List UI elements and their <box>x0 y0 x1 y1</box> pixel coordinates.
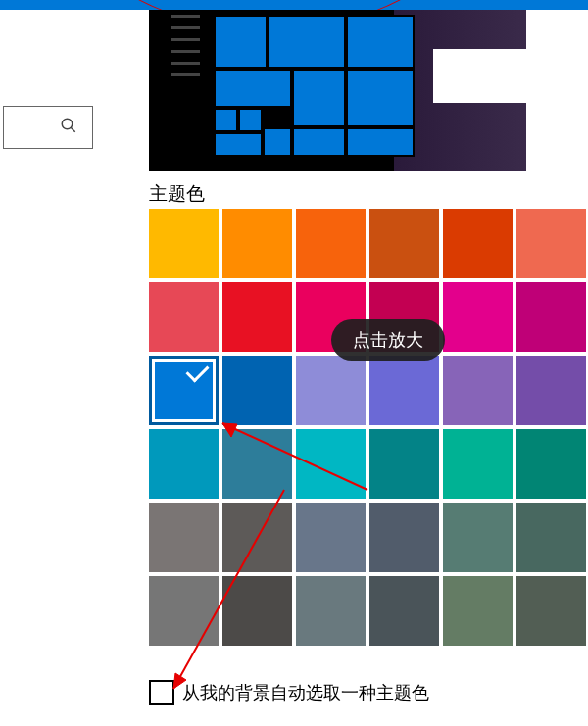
window-titlebar <box>0 0 588 10</box>
color-swatch[interactable] <box>222 356 292 425</box>
auto-pick-checkbox[interactable] <box>149 680 174 705</box>
color-swatch[interactable] <box>516 503 586 572</box>
preview-tiles <box>214 10 415 167</box>
color-swatch[interactable] <box>222 503 292 572</box>
color-swatch[interactable] <box>443 282 513 352</box>
color-swatch[interactable] <box>369 503 439 572</box>
color-swatch[interactable] <box>222 209 292 278</box>
zoom-tooltip[interactable]: 点击放大 <box>331 319 445 361</box>
color-swatch[interactable] <box>369 429 439 499</box>
color-swatch[interactable] <box>296 429 366 499</box>
color-swatch[interactable] <box>149 503 219 572</box>
search-input[interactable] <box>3 106 93 149</box>
color-swatch[interactable] <box>443 429 513 499</box>
color-swatch[interactable] <box>369 576 439 646</box>
preview-menu-lines <box>171 15 200 76</box>
color-swatch[interactable] <box>149 356 219 425</box>
color-swatch[interactable] <box>443 503 513 572</box>
color-swatch[interactable] <box>443 356 513 425</box>
color-swatch[interactable] <box>516 282 586 352</box>
accent-color-grid <box>149 209 586 646</box>
color-swatch[interactable] <box>296 576 366 646</box>
color-swatch[interactable] <box>149 209 219 278</box>
color-swatch[interactable] <box>443 576 513 646</box>
color-swatch[interactable] <box>516 576 586 646</box>
auto-pick-label: 从我的背景自动选取一种主题色 <box>182 681 429 704</box>
color-swatch[interactable] <box>516 429 586 499</box>
accent-color-heading: 主题色 <box>149 181 205 207</box>
auto-pick-row: 从我的背景自动选取一种主题色 <box>149 680 429 705</box>
color-swatch[interactable] <box>443 209 513 278</box>
search-icon <box>60 117 77 138</box>
preview-window <box>433 49 526 103</box>
color-swatch[interactable] <box>516 209 586 278</box>
svg-point-0 <box>62 119 73 129</box>
color-swatch[interactable] <box>222 576 292 646</box>
color-swatch[interactable] <box>516 356 586 425</box>
svg-line-1 <box>71 127 75 132</box>
color-swatch[interactable] <box>149 282 219 352</box>
theme-preview <box>149 10 526 171</box>
color-swatch[interactable] <box>369 209 439 278</box>
color-swatch[interactable] <box>149 576 219 646</box>
color-swatch[interactable] <box>296 209 366 278</box>
color-swatch[interactable] <box>222 282 292 352</box>
color-swatch[interactable] <box>296 503 366 572</box>
color-swatch[interactable] <box>369 356 439 425</box>
color-swatch[interactable] <box>149 429 219 499</box>
color-swatch[interactable] <box>296 356 366 425</box>
color-swatch[interactable] <box>222 429 292 499</box>
